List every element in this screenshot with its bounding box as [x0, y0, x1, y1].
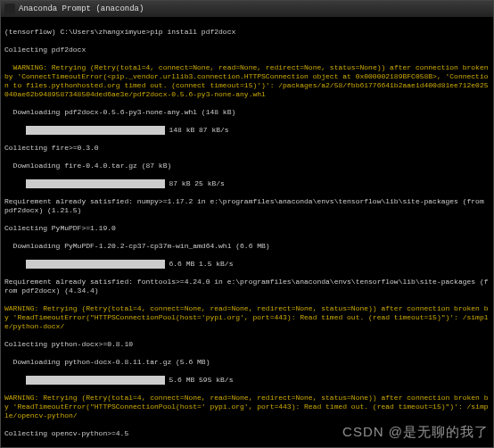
terminal-output[interactable]: (tensorflow) C:\Users\zhangximyue>pip in… — [1, 17, 493, 447]
warning-line: WARNING: Retrying (Retry(total=4, connec… — [4, 394, 490, 420]
output-line: Requirement already satisfied: numpy>=1.… — [4, 197, 490, 215]
progress-fill — [26, 376, 165, 385]
output-line: Collecting opencv-python>=4.5 — [4, 429, 490, 438]
output-line: Downloading PyMuPDF-1.20.2-cp37-cp37m-wi… — [4, 242, 490, 251]
output-line: Collecting python-docx>=0.8.10 — [4, 340, 490, 349]
progress-bar: 5.6 MB 595 kB/s — [4, 376, 490, 385]
output-line: Collecting fire>=0.3.0 — [4, 144, 490, 153]
output-line: Collecting pdf2docx — [4, 46, 490, 54]
progress-bar: |████████████████████████████████| 148 k… — [4, 126, 490, 135]
terminal-window: Anaconda Prompt (anaconda) (tensorflow) … — [0, 0, 494, 448]
progress-fill — [26, 179, 165, 188]
warning-line: WARNING: Retrying (Retry(total=4, connec… — [4, 304, 490, 331]
progress-fill — [26, 260, 165, 269]
app-icon — [4, 4, 15, 14]
prompt-line: (tensorflow) C:\Users\zhangximyue>pip in… — [4, 28, 490, 37]
progress-fill — [26, 126, 165, 135]
progress-bar: 87 kB 25 kB/s — [4, 179, 490, 188]
output-line: Downloading pdf2docx-0.5.6-py3-none-any.… — [4, 108, 490, 117]
warning-line: WARNING: Retrying (Retry(total=4, connec… — [4, 63, 490, 99]
output-line: Downloading fire-0.4.0.tar.gz (87 kB) — [4, 162, 490, 170]
output-line: Collecting PyMuPDF>=1.19.0 — [4, 224, 490, 233]
title-text: Anaconda Prompt (anaconda) — [19, 4, 144, 13]
output-line: Requirement already satisfied: fonttools… — [4, 278, 490, 295]
titlebar[interactable]: Anaconda Prompt (anaconda) — [1, 1, 493, 17]
output-line: Downloading python-docx-0.8.11.tar.gz (5… — [4, 358, 490, 367]
progress-bar: 6.6 MB 1.5 kB/s — [4, 260, 490, 269]
